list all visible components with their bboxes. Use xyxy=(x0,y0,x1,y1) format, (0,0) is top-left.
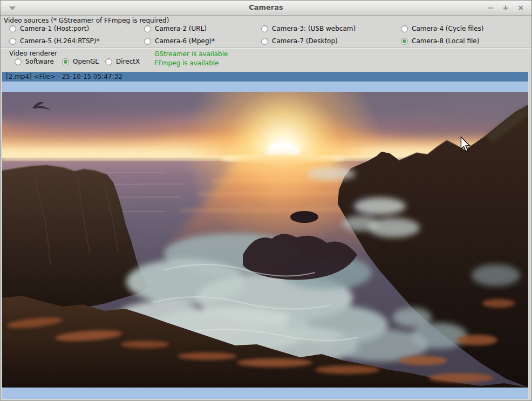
gstreamer-status-text: GStreamer is available xyxy=(154,50,228,58)
radio-camera-4[interactable]: Camera-4 (Cycle files) xyxy=(401,24,483,33)
minimize-button[interactable]: − xyxy=(486,3,495,12)
radio-label: DirectX xyxy=(116,58,140,65)
video-status-bar: [2.mp4] <File> - 25-10-15 05:47:32 xyxy=(2,72,528,81)
radio-circle xyxy=(261,38,268,45)
radio-circle xyxy=(105,58,112,65)
video-status-text: [2.mp4] <File> - 25-10-15 05:47:32 xyxy=(6,73,122,80)
spacer-bar-bottom xyxy=(2,388,528,399)
separator xyxy=(1,47,531,49)
radio-label: Camera-7 (Desktop) xyxy=(272,37,338,45)
radio-label: Camera-1 (Host:port) xyxy=(20,25,89,32)
titlebar: Cameras − + × xyxy=(1,1,531,16)
window-controls: − + × xyxy=(486,3,525,12)
radio-circle xyxy=(9,25,16,32)
radio-circle xyxy=(144,25,151,32)
sunset-coast-scene xyxy=(2,92,528,388)
close-button[interactable]: × xyxy=(516,3,525,12)
radio-camera-2[interactable]: Camera-2 (URL) xyxy=(144,24,207,33)
radio-label: Camera-8 (Local file) xyxy=(412,37,479,45)
radio-camera-5[interactable]: Camera-5 (H.264:RTSP)* xyxy=(9,37,99,45)
radio-label: Camera-6 (Mpeg)* xyxy=(155,37,215,45)
radio-camera-8[interactable]: Camera-8 (Local file) xyxy=(401,37,479,45)
radio-camera-6[interactable]: Camera-6 (Mpeg)* xyxy=(144,37,215,45)
radio-label: Camera-4 (Cycle files) xyxy=(412,25,483,32)
ffmpeg-status-text: FFmpeg is available xyxy=(154,59,219,67)
radio-circle xyxy=(401,25,408,32)
radio-renderer-software[interactable]: Software xyxy=(15,57,54,66)
radio-circle xyxy=(144,38,151,45)
radio-label: Software xyxy=(25,58,54,65)
radio-renderer-opengl[interactable]: OpenGL xyxy=(62,57,99,66)
radio-label: Camera-3: (USB webcam) xyxy=(272,25,356,32)
radio-label: Camera-2 (URL) xyxy=(155,25,207,32)
window-title: Cameras xyxy=(1,3,531,11)
spacer-bar-top xyxy=(2,81,528,92)
maximize-button[interactable]: + xyxy=(501,3,510,12)
radio-circle xyxy=(15,58,22,65)
video-sources-label: Video sources (* GStreamer of FFmpeg is … xyxy=(4,17,169,24)
radio-camera-1[interactable]: Camera-1 (Host:port) xyxy=(9,24,89,33)
radio-label: OpenGL xyxy=(73,58,99,65)
radio-camera-7[interactable]: Camera-7 (Desktop) xyxy=(261,37,338,45)
radio-camera-3[interactable]: Camera-3: (USB webcam) xyxy=(261,24,356,33)
radio-label: Camera-5 (H.264:RTSP)* xyxy=(20,37,99,45)
radio-circle xyxy=(62,58,69,65)
video-renderer-label: Video renderer xyxy=(9,50,57,57)
radio-circle xyxy=(261,25,268,32)
app-window: Cameras − + × Video sources (* GStreamer… xyxy=(0,0,532,401)
radio-circle xyxy=(9,38,16,45)
radio-renderer-directx[interactable]: DirectX xyxy=(105,57,140,66)
video-display[interactable] xyxy=(2,92,528,388)
radio-circle xyxy=(401,38,408,45)
